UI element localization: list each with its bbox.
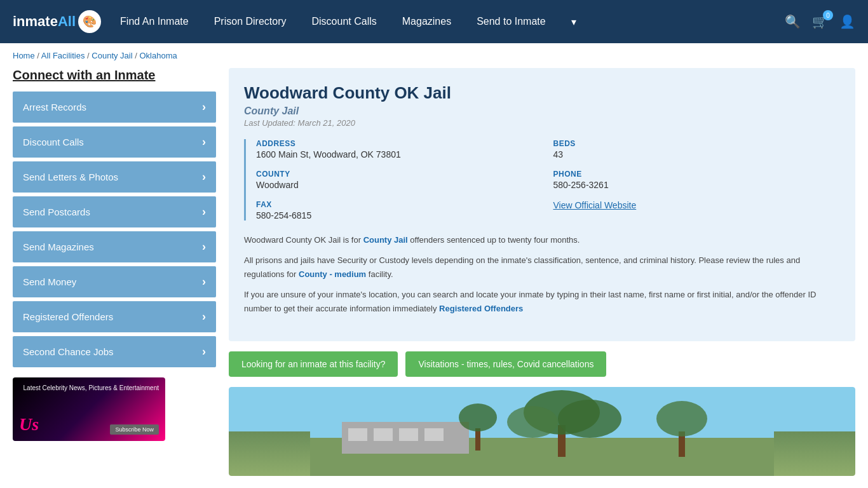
svg-rect-3 [348, 428, 367, 441]
address-value: 1600 Main St, Woodward, OK 73801 [256, 149, 543, 159]
chevron-right-icon: › [202, 240, 206, 254]
svg-point-10 [558, 400, 621, 438]
sidebar: Connect with an Inmate Arrest Records › … [13, 68, 216, 476]
nav-find-inmate[interactable]: Find An Inmate [120, 16, 189, 27]
main-content: Woodward County OK Jail County Jail Last… [229, 68, 855, 476]
chevron-right-icon: › [202, 345, 206, 358]
ad-subscribe-button[interactable]: Subscribe Now [110, 424, 159, 435]
action-buttons: Looking for an inmate at this facility? … [229, 351, 855, 377]
facility-photo [229, 387, 855, 476]
svg-point-12 [656, 401, 707, 437]
sidebar-item-send-letters[interactable]: Send Letters & Photos › [13, 161, 216, 193]
address-block: ADDRESS 1600 Main St, Woodward, OK 73801 [256, 139, 543, 159]
facility-type: County Jail [244, 105, 840, 117]
nav-prison-directory[interactable]: Prison Directory [214, 16, 287, 27]
phone-value: 580-256-3261 [553, 180, 841, 190]
fax-block: FAX 580-254-6815 [256, 200, 543, 220]
advertisement-banner[interactable]: Us Latest Celebrity News, Pictures & Ent… [13, 377, 165, 441]
logo-text: inmateAll [13, 13, 76, 30]
desc-para-2: All prisons and jails have Security or C… [244, 254, 840, 281]
beds-block: BEDS 43 [553, 139, 841, 159]
nav-send-inmate[interactable]: Send to Inmate [477, 16, 546, 27]
phone-label: PHONE [553, 170, 841, 179]
nav-magazines[interactable]: Magazines [402, 16, 451, 27]
county-jail-link[interactable]: County Jail [363, 235, 408, 245]
chevron-right-icon: › [202, 100, 206, 114]
sidebar-item-label: Send Letters & Photos [23, 172, 118, 182]
svg-rect-4 [374, 428, 393, 441]
find-inmate-button[interactable]: Looking for an inmate at this facility? [229, 351, 398, 377]
breadcrumb: Home / All Facilities / County Jail / Ok… [0, 43, 868, 68]
chevron-right-icon: › [202, 170, 206, 184]
main-container: Connect with an Inmate Arrest Records › … [0, 68, 868, 488]
sidebar-item-discount-calls[interactable]: Discount Calls › [13, 126, 216, 158]
photo-placeholder [229, 387, 855, 476]
svg-point-9 [507, 406, 558, 438]
breadcrumb-oklahoma[interactable]: Oklahoma [139, 51, 177, 60]
facility-card: Woodward County OK Jail County Jail Last… [229, 68, 855, 341]
sidebar-item-label: Second Chance Jobs [23, 346, 114, 357]
sidebar-item-send-postcards[interactable]: Send Postcards › [13, 196, 216, 227]
sidebar-item-label: Discount Calls [23, 137, 84, 147]
cart-icon[interactable]: 🛒 0 [812, 14, 828, 29]
registered-offenders-link[interactable]: Registered Offenders [439, 304, 523, 313]
sidebar-item-arrest-records[interactable]: Arrest Records › [13, 92, 216, 123]
breadcrumb-home[interactable]: Home [13, 51, 35, 60]
county-block: COUNTY Woodward [256, 170, 543, 190]
svg-rect-13 [475, 428, 480, 451]
official-website-link[interactable]: View Official Website [553, 200, 637, 210]
nav-discount-calls[interactable]: Discount Calls [311, 16, 376, 27]
breadcrumb-county-jail[interactable]: County Jail [92, 51, 132, 60]
svg-point-14 [459, 403, 497, 431]
svg-rect-6 [424, 428, 444, 441]
sidebar-item-second-chance-jobs[interactable]: Second Chance Jobs › [13, 336, 216, 367]
breadcrumb-all-facilities[interactable]: All Facilities [41, 51, 85, 60]
nav-send-inmate-arrow: ▾ [571, 16, 576, 28]
sidebar-item-send-magazines[interactable]: Send Magazines › [13, 231, 216, 262]
county-value: Woodward [256, 180, 543, 190]
user-icon[interactable]: 👤 [839, 14, 855, 29]
beds-label: BEDS [553, 139, 841, 148]
fax-value: 580-254-6815 [256, 210, 543, 220]
nav-right-icons: 🔍 🛒 0 👤 [785, 14, 855, 29]
website-block: View Official Website [553, 200, 841, 220]
ad-logo: Us [19, 414, 39, 435]
sidebar-item-label: Registered Offenders [23, 311, 113, 322]
beds-value: 43 [553, 149, 841, 159]
chevron-right-icon: › [202, 275, 206, 288]
desc-para-1: Woodward County OK Jail is for County Ja… [244, 233, 840, 247]
ad-text: Latest Celebrity News, Pictures & Entert… [24, 384, 159, 393]
county-label: COUNTY [256, 170, 543, 179]
sidebar-menu: Arrest Records › Discount Calls › Send L… [13, 92, 216, 367]
chevron-right-icon: › [202, 135, 206, 149]
sidebar-item-label: Send Money [23, 276, 76, 287]
county-medium-link[interactable]: County - medium [299, 269, 366, 279]
phone-block: PHONE 580-256-3261 [553, 170, 841, 190]
navigation: inmateAll 🎨 Find An Inmate Prison Direct… [0, 0, 868, 43]
chevron-right-icon: › [202, 310, 206, 323]
facility-photo-svg [229, 387, 855, 476]
sidebar-item-label: Send Magazines [23, 241, 94, 252]
sidebar-item-label: Arrest Records [23, 102, 86, 112]
nav-links: Find An Inmate Prison Directory Discount… [120, 16, 785, 28]
sidebar-item-send-money[interactable]: Send Money › [13, 266, 216, 297]
facility-name: Woodward County OK Jail [244, 83, 840, 103]
svg-rect-5 [399, 428, 418, 441]
desc-para-3: If you are unsure of your inmate's locat… [244, 288, 840, 316]
logo[interactable]: inmateAll 🎨 [13, 10, 101, 33]
facility-details: ADDRESS 1600 Main St, Woodward, OK 73801… [244, 139, 840, 220]
facility-last-updated: Last Updated: March 21, 2020 [244, 118, 840, 128]
sidebar-item-label: Send Postcards [23, 207, 90, 217]
sidebar-item-registered-offenders[interactable]: Registered Offenders › [13, 301, 216, 332]
chevron-right-icon: › [202, 205, 206, 219]
visitations-button[interactable]: Visitations - times, rules, Covid cancel… [405, 351, 606, 377]
fax-label: FAX [256, 200, 543, 209]
cart-badge: 0 [823, 10, 833, 20]
facility-description: Woodward County OK Jail is for County Ja… [244, 233, 840, 316]
sidebar-title: Connect with an Inmate [13, 68, 216, 83]
search-icon[interactable]: 🔍 [785, 14, 801, 29]
address-label: ADDRESS [256, 139, 543, 148]
logo-icon: 🎨 [78, 10, 101, 33]
